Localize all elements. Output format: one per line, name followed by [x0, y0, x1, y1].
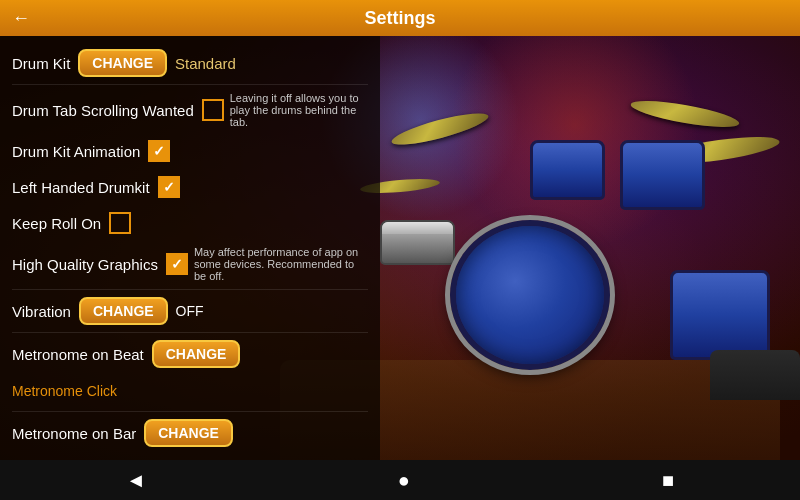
drum-kit-visual — [350, 60, 800, 450]
nav-back-button[interactable]: ◄ — [106, 464, 166, 497]
rack-tom-left — [530, 140, 605, 200]
drum-kit-change-button[interactable]: CHANGE — [78, 49, 167, 77]
keep-roll-on-row: Keep Roll On — [12, 205, 368, 241]
drum-seat — [710, 350, 800, 400]
left-handed-row: Left Handed Drumkit — [12, 169, 368, 205]
vibration-label: Vibration — [12, 303, 71, 320]
high-quality-hint: May affect performance of app on some de… — [194, 246, 368, 282]
bass-drum-hoop — [445, 215, 615, 375]
divider-3 — [12, 332, 368, 333]
metronome-bar-row: Metronome on Bar CHANGE — [12, 414, 368, 452]
keep-roll-on-checkbox[interactable] — [109, 212, 131, 234]
snare-drum — [380, 220, 455, 265]
drum-kit-animation-row: Drum Kit Animation — [12, 133, 368, 169]
nav-home-button[interactable]: ● — [378, 464, 430, 497]
metronome-bar-label: Metronome on Bar — [12, 425, 136, 442]
floor-tom — [670, 270, 770, 360]
drum-kit-row: Drum Kit CHANGE Standard — [12, 44, 368, 82]
nav-recent-button[interactable]: ■ — [642, 464, 694, 497]
divider-4 — [12, 411, 368, 412]
vibration-row: Vibration CHANGE OFF — [12, 292, 368, 330]
snare-top — [382, 222, 453, 234]
vibration-change-button[interactable]: CHANGE — [79, 297, 168, 325]
high-quality-label: High Quality Graphics — [12, 256, 158, 273]
drum-kit-value: Standard — [175, 55, 236, 72]
metronome-beat-change-button[interactable]: CHANGE — [152, 340, 241, 368]
divider-1 — [12, 84, 368, 85]
metronome-bar-change-button[interactable]: CHANGE — [144, 419, 233, 447]
divider-2 — [12, 289, 368, 290]
rack-tom-right — [620, 140, 705, 210]
drum-tab-scrolling-hint: Leaving it off allows you to play the dr… — [230, 92, 368, 128]
drum-kit-animation-label: Drum Kit Animation — [12, 143, 140, 160]
drum-tab-scrolling-row: Drum Tab Scrolling Wanted Leaving it off… — [12, 87, 368, 133]
back-button[interactable]: ← — [12, 8, 30, 29]
high-quality-row: High Quality Graphics May affect perform… — [12, 241, 368, 287]
left-handed-label: Left Handed Drumkit — [12, 179, 150, 196]
left-handed-checkbox[interactable] — [158, 176, 180, 198]
metronome-beat-row: Metronome on Beat CHANGE — [12, 335, 368, 373]
drum-tab-scrolling-checkbox[interactable] — [202, 99, 224, 121]
cymbal-crash-right — [629, 96, 740, 133]
metronome-beat-label: Metronome on Beat — [12, 346, 144, 363]
vibration-value: OFF — [176, 303, 204, 319]
drum-tab-scrolling-label: Drum Tab Scrolling Wanted — [12, 102, 194, 119]
drum-kit-label: Drum Kit — [12, 55, 70, 72]
metronome-beat-link[interactable]: Metronome Click — [12, 381, 117, 401]
settings-panel: Drum Kit CHANGE Standard Drum Tab Scroll… — [0, 36, 380, 460]
bottom-nav: ◄ ● ■ — [0, 460, 800, 500]
page-title: Settings — [364, 8, 435, 29]
metronome-beat-link-row: Metronome Click — [12, 373, 368, 409]
keep-roll-on-label: Keep Roll On — [12, 215, 101, 232]
drum-kit-animation-checkbox[interactable] — [148, 140, 170, 162]
top-bar: ← Settings — [0, 0, 800, 36]
cymbal-crash-left — [389, 107, 490, 150]
high-quality-checkbox[interactable] — [166, 253, 188, 275]
